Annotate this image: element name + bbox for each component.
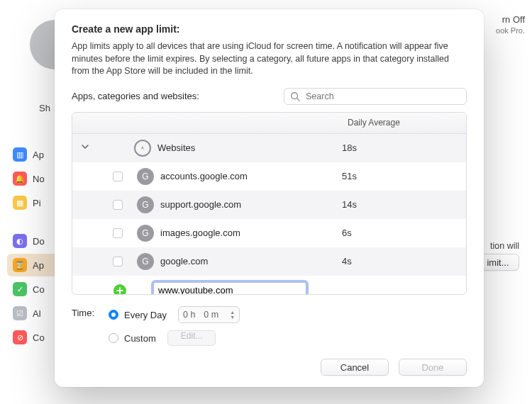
check-icon: ✓: [13, 282, 27, 296]
radio-icon: [109, 310, 118, 320]
checkbox-icon: [113, 172, 123, 181]
sidebar-item-label: Do: [33, 236, 45, 247]
stepper-arrows-icon[interactable]: ▲▼: [230, 310, 235, 320]
website-row[interactable]: Gaccounts.google.com51s: [72, 162, 466, 191]
dialog-title: Create a new app limit:: [72, 23, 467, 35]
sidebar-item-label: No: [33, 174, 45, 184]
custom-radio[interactable]: Custom Edit...: [109, 330, 240, 346]
website-name: support.google.com: [156, 199, 342, 210]
hourglass-icon: ⌛: [13, 258, 27, 272]
sidebar-item-label: Co: [33, 332, 45, 343]
app-list: Daily Average Websites 18s Gaccounts.goo…: [72, 112, 467, 296]
every-day-radio[interactable]: Every Day 0 h 0 m ▲▼: [109, 306, 240, 323]
website-daily-average: 6s: [342, 228, 466, 238]
favicon-icon: G: [135, 253, 156, 270]
time-stepper[interactable]: 0 h 0 m ▲▼: [178, 306, 240, 323]
favicon-icon: G: [135, 168, 156, 185]
website-daily-average: 14s: [342, 199, 466, 210]
every-day-label: Every Day: [124, 310, 167, 320]
category-row-websites[interactable]: Websites 18s: [72, 134, 466, 162]
sidebar-item-label: Co: [33, 284, 45, 295]
favicon-icon: G: [135, 225, 156, 242]
hours-value: 0 h: [183, 310, 195, 320]
category-name: Websites: [153, 142, 342, 153]
row-checkbox[interactable]: [101, 228, 135, 238]
radio-icon: [109, 333, 118, 343]
checkbox-icon: [113, 228, 123, 238]
sidebar-item-label: Ap: [33, 260, 44, 271]
time-label: Time:: [72, 306, 101, 318]
website-daily-average: 4s: [342, 256, 466, 266]
create-app-limit-dialog: Create a new app limit: App limits apply…: [55, 9, 484, 387]
website-row[interactable]: Gsupport.google.com14s: [72, 191, 466, 219]
minutes-value: 0 m: [204, 310, 218, 320]
checkbox-icon: [113, 200, 123, 210]
add-website-row: [72, 276, 466, 295]
dialog-description: App limits apply to all devices that are…: [72, 40, 467, 78]
edit-button: Edit...: [167, 330, 216, 346]
search-field[interactable]: [284, 88, 467, 105]
list-header: Daily Average: [72, 113, 466, 134]
list-label: Apps, categories and websites:: [72, 91, 270, 101]
website-url-input[interactable]: [153, 282, 306, 295]
search-input[interactable]: [304, 91, 460, 102]
sidebar-item-label: Pi: [33, 198, 41, 208]
custom-label: Custom: [124, 333, 156, 344]
website-row[interactable]: Ggoogle.com4s: [72, 247, 466, 276]
add-icon[interactable]: [113, 284, 126, 295]
search-icon: [290, 91, 300, 101]
dialog-footer: Cancel Done: [72, 359, 467, 376]
time-section: Time: Every Day 0 h 0 m ▲▼ Custom Edit..…: [72, 306, 467, 346]
chart-icon: ▥: [13, 147, 27, 162]
checkbox-icon: [113, 257, 123, 266]
compass-icon: [132, 140, 153, 157]
website-name: images.google.com: [156, 228, 342, 238]
website-name: google.com: [156, 256, 342, 266]
website-name: accounts.google.com: [156, 171, 342, 181]
svg-line-1: [297, 98, 300, 101]
bg-label: Sh: [39, 103, 50, 113]
bell-icon: 🔔: [13, 172, 27, 186]
sidebar-item-label: Al: [33, 308, 41, 319]
row-checkbox[interactable]: [101, 172, 135, 181]
photo-icon: ▦: [13, 196, 27, 210]
sidebar-item-label: Ap: [33, 150, 44, 160]
moon-icon: ◐: [13, 234, 27, 248]
done-button: Done: [399, 359, 467, 376]
favicon-icon: G: [135, 196, 156, 213]
column-daily-average: Daily Average: [342, 118, 466, 128]
checkbox-icon: ☑: [13, 306, 27, 320]
website-daily-average: 51s: [342, 171, 466, 181]
nosign-icon: ⊘: [13, 330, 27, 344]
chevron-down-icon[interactable]: [81, 142, 96, 153]
row-checkbox[interactable]: [101, 257, 135, 266]
category-avg: 18s: [342, 142, 466, 153]
website-row[interactable]: Gimages.google.com6s: [72, 219, 466, 247]
list-body[interactable]: Websites 18s Gaccounts.google.com51sGsup…: [72, 134, 466, 295]
row-checkbox[interactable]: [101, 200, 135, 210]
cancel-button[interactable]: Cancel: [321, 359, 389, 376]
